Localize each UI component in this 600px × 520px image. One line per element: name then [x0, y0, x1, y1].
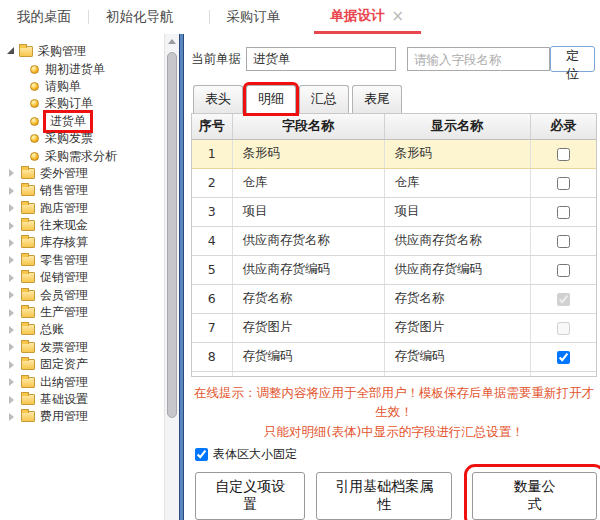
sidebar-item-goods-receipt[interactable]: 进货单	[7, 113, 179, 130]
cell-no: 9	[192, 371, 232, 377]
field-search-input[interactable]	[407, 47, 550, 71]
tab-purchase-order[interactable]: 采购订单	[210, 0, 298, 34]
sidebar-folder-inventory-accounting[interactable]: 库存核算	[7, 234, 179, 251]
cell-display: 条形码	[384, 139, 530, 168]
sidebar-folder-fixed-assets[interactable]: 固定资产	[7, 356, 179, 373]
sidebar-folder-general-ledger[interactable]: 总账	[7, 321, 179, 338]
sidebar-folder-production[interactable]: 生产管理	[7, 304, 179, 321]
tab-init-nav[interactable]: 初始化导航	[89, 0, 191, 34]
scroll-up-button[interactable]	[165, 34, 179, 49]
expander-closed-icon[interactable]	[9, 378, 14, 386]
table-row[interactable]: 5 供应商存货编码 供应商存货编码	[192, 255, 596, 284]
table-row[interactable]: 6 存货名称 存货名称	[192, 284, 596, 313]
folder-icon	[21, 272, 35, 283]
expander-closed-icon[interactable]	[9, 326, 14, 334]
footer-button-row: 自定义项设置 引用基础档案属性 数量公式	[195, 472, 597, 520]
bullet-icon	[30, 65, 39, 74]
expander-closed-icon[interactable]	[9, 413, 14, 421]
tree-label: 往来现金	[40, 217, 88, 234]
table-row[interactable]: 9 规格型号 规格型号	[192, 371, 596, 377]
expander-closed-icon[interactable]	[9, 291, 14, 299]
tab-summary-section[interactable]: 汇总	[299, 85, 349, 113]
folder-icon	[21, 377, 35, 388]
table-row[interactable]: 4 供应商存货名称 供应商存货名称	[192, 226, 596, 255]
required-checkbox[interactable]	[557, 206, 570, 219]
sidebar-folder-promotion[interactable]: 促销管理	[7, 269, 179, 286]
expander-closed-icon[interactable]	[9, 274, 14, 282]
locate-button[interactable]: 定位	[550, 46, 595, 72]
folder-icon	[21, 290, 35, 301]
table-row[interactable]: 3 项目 项目	[192, 197, 596, 226]
sidebar-item-initial-purchase[interactable]: 期初进货单	[7, 60, 179, 77]
bullet-icon	[30, 82, 39, 91]
expander-closed-icon[interactable]	[9, 187, 14, 195]
sidebar-folder-invoice-mgmt[interactable]: 发票管理	[7, 339, 179, 356]
required-checkbox[interactable]	[557, 264, 570, 277]
sidebar-item-requisition[interactable]: 请购单	[7, 78, 179, 95]
table-header-row: 序号 字段名称 显示名称 必录	[192, 114, 596, 139]
cell-display: 供应商存货编码	[384, 255, 530, 284]
expander-closed-icon[interactable]	[9, 204, 14, 212]
expander-closed-icon[interactable]	[9, 309, 14, 317]
cell-field: 条形码	[232, 139, 384, 168]
sidebar-folder-retail[interactable]: 零售管理	[7, 252, 179, 269]
expander-open-icon[interactable]	[7, 47, 14, 54]
required-checkbox[interactable]	[557, 293, 570, 306]
quantity-formula-button[interactable]: 数量公式	[472, 472, 597, 520]
tab-header-section[interactable]: 表头	[193, 85, 243, 113]
expander-closed-icon[interactable]	[9, 256, 14, 264]
sidebar-folder-outsourcing[interactable]: 委外管理	[7, 165, 179, 182]
tree-label: 出纳管理	[40, 374, 88, 391]
expander-closed-icon[interactable]	[9, 222, 14, 230]
sidebar-item-purchase-mgmt[interactable]: 采购管理	[7, 43, 179, 60]
expander-closed-icon[interactable]	[9, 239, 14, 247]
required-checkbox[interactable]	[557, 148, 570, 161]
bullet-icon	[30, 117, 39, 126]
tab-detail-section[interactable]: 明细	[246, 85, 296, 113]
sidebar-folder-sales[interactable]: 销售管理	[7, 182, 179, 199]
sidebar-item-purchase-order[interactable]: 采购订单	[7, 95, 179, 112]
required-checkbox[interactable]	[557, 235, 570, 248]
expander-closed-icon[interactable]	[9, 361, 14, 369]
sidebar-scrollbar[interactable]	[164, 34, 179, 520]
required-checkbox[interactable]	[557, 322, 570, 335]
table-row[interactable]: 8 存货编码 存货编码	[192, 342, 596, 371]
tree-label: 跑店管理	[40, 200, 88, 217]
cell-no: 3	[192, 197, 232, 226]
bullet-icon	[30, 134, 39, 143]
sidebar-item-purchase-demand[interactable]: 采购需求分析	[7, 147, 179, 164]
current-doc-input[interactable]	[246, 47, 396, 71]
folder-open-icon	[19, 46, 33, 57]
sidebar-folder-basic-settings[interactable]: 基础设置	[7, 391, 179, 408]
cell-field: 存货图片	[232, 313, 384, 342]
scrollbar-thumb[interactable]	[167, 52, 177, 418]
required-checkbox[interactable]	[557, 351, 570, 364]
tree-label: 请购单	[45, 78, 81, 95]
tab-my-desktop[interactable]: 我的桌面	[0, 0, 88, 34]
sidebar-folder-current-cash[interactable]: 往来现金	[7, 217, 179, 234]
expander-closed-icon[interactable]	[9, 169, 14, 177]
table-row[interactable]: 1 条形码 条形码	[192, 139, 596, 168]
body-size-fixed-checkbox[interactable]	[195, 448, 208, 461]
sidebar-folder-membership[interactable]: 会员管理	[7, 286, 179, 303]
sidebar-folder-expense[interactable]: 费用管理	[7, 408, 179, 425]
tab-footer-section[interactable]: 表尾	[352, 85, 402, 113]
module-tree-sidebar: 采购管理 期初进货单 请购单 采购订单 进货单 采购发票 采购需求分析	[0, 34, 179, 520]
col-header-no: 序号	[192, 114, 232, 139]
table-row[interactable]: 2 仓库 仓库	[192, 168, 596, 197]
sidebar-folder-cashier[interactable]: 出纳管理	[7, 373, 179, 390]
sidebar-folder-store-run[interactable]: 跑店管理	[7, 200, 179, 217]
col-header-required: 必录	[530, 114, 596, 139]
expander-closed-icon[interactable]	[9, 343, 14, 351]
ref-base-archive-button[interactable]: 引用基础档案属性	[316, 472, 452, 520]
required-checkbox[interactable]	[557, 177, 570, 190]
sidebar-item-purchase-invoice[interactable]: 采购发票	[7, 130, 179, 147]
cell-no: 4	[192, 226, 232, 255]
expander-closed-icon[interactable]	[9, 396, 14, 404]
tree-label: 采购管理	[38, 43, 86, 60]
table-row[interactable]: 7 存货图片 存货图片	[192, 313, 596, 342]
custom-item-settings-button[interactable]: 自定义项设置	[195, 472, 305, 520]
tab-doc-design[interactable]: 单据设计 ×	[314, 0, 422, 34]
close-icon[interactable]: ×	[392, 7, 405, 25]
folder-icon	[21, 342, 35, 353]
